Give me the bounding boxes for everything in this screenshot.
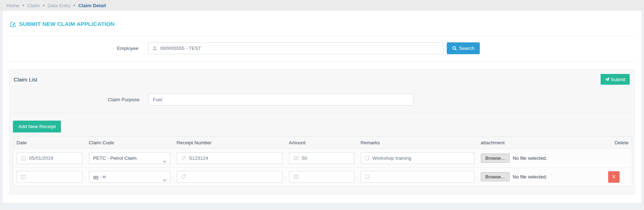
breadcrumb-claim-detail[interactable]: Claim Detail — [78, 3, 106, 8]
receipt-number-input-box — [177, 152, 283, 164]
delete-cell: X — [596, 168, 632, 186]
column-header-receipt-number: Receipt Number — [174, 137, 286, 149]
remarks-input[interactable] — [373, 155, 470, 161]
claim-purpose-input-box — [148, 94, 413, 106]
page-title: SUBMIT NEW CLAIM APPLICATION — [19, 21, 115, 27]
tags-icon — [181, 156, 186, 160]
receipt-number-input-box — [177, 171, 283, 183]
receipt-row: PETC - Petrol Claim — [13, 149, 632, 168]
claim-code-select-wrap: PETC - Petrol Claim — [89, 155, 170, 161]
submit-button-label: Submit — [611, 77, 625, 82]
breadcrumb-separator — [74, 5, 75, 6]
receipt-table-header-row: Date Claim Code Receipt Number Amount Re… — [13, 137, 632, 149]
main-card: SUBMIT NEW CLAIM APPLICATION Employee Se… — [3, 11, 641, 203]
panel-divider — [13, 113, 631, 113]
money-icon — [293, 156, 299, 160]
add-new-receipt-button[interactable]: Add New Receipt — [13, 121, 61, 132]
receipt-number-input[interactable] — [189, 174, 278, 179]
breadcrumb-claim[interactable]: Claim — [27, 3, 40, 8]
claim-purpose-input[interactable] — [153, 97, 409, 102]
column-header-date: Date — [13, 137, 86, 149]
search-icon — [452, 46, 457, 51]
column-header-amount: Amount — [286, 137, 357, 149]
attachment-field: Browse... No file selected. — [481, 172, 593, 181]
claim-list-panel: Claim List Submit Claim Purpose Add New … — [9, 69, 635, 195]
claim-list-title: Claim List — [13, 76, 37, 83]
paper-plane-icon — [605, 77, 610, 82]
receipt-number-input[interactable] — [189, 155, 278, 161]
search-button-label: Search — [459, 46, 474, 51]
delete-row-button[interactable]: X — [608, 171, 620, 183]
file-status-text: No file selected. — [513, 174, 547, 179]
column-header-remarks: Remarks — [357, 137, 478, 149]
note-icon — [365, 174, 369, 179]
calendar-icon — [21, 156, 26, 161]
claim-purpose-row: Claim Purpose — [13, 94, 631, 106]
remarks-input-box — [361, 152, 474, 164]
breadcrumb-separator — [43, 5, 44, 6]
section-divider — [10, 62, 634, 62]
receipt-table: Date Claim Code Receipt Number Amount Re… — [13, 136, 632, 186]
date-input-box — [16, 171, 82, 183]
breadcrumb-separator — [23, 5, 24, 6]
employee-input-box — [148, 42, 444, 54]
edit-icon — [10, 21, 16, 27]
browse-button[interactable]: Browse... — [481, 154, 510, 163]
search-button[interactable]: Search — [447, 42, 480, 54]
date-input[interactable] — [29, 155, 78, 161]
claim-code-select[interactable]: gg - rr — [89, 171, 170, 183]
remarks-input-box — [361, 171, 474, 183]
column-header-attachment: attachment — [478, 137, 596, 149]
column-header-delete: Delete — [596, 137, 632, 149]
page-header: SUBMIT NEW CLAIM APPLICATION — [10, 11, 634, 36]
receipt-row: gg - rr — [13, 168, 632, 186]
note-icon — [365, 156, 369, 160]
employee-label: Employee — [10, 46, 138, 51]
amount-input-box — [289, 171, 354, 183]
attachment-field: Browse... No file selected. — [481, 154, 593, 163]
browse-button[interactable]: Browse... — [481, 172, 510, 181]
delete-cell — [596, 149, 632, 168]
claim-list-header: Claim List Submit — [13, 70, 631, 85]
file-status-text: No file selected. — [513, 155, 547, 161]
claim-code-select-wrap: gg - rr — [89, 174, 170, 179]
breadcrumb-home[interactable]: Home — [6, 3, 19, 8]
tags-icon — [181, 174, 186, 179]
submit-button[interactable]: Submit — [601, 74, 630, 85]
money-icon — [293, 175, 299, 179]
breadcrumb: Home Claim Data Entry Claim Detail — [0, 0, 644, 11]
date-input-box — [16, 152, 82, 164]
employee-form-row: Employee Search — [10, 42, 634, 54]
remarks-input[interactable] — [373, 174, 470, 179]
claim-code-select[interactable]: PETC - Petrol Claim — [89, 152, 170, 164]
date-input[interactable] — [29, 174, 78, 179]
breadcrumb-data-entry[interactable]: Data Entry — [48, 3, 71, 8]
claim-purpose-label: Claim Purpose — [13, 97, 139, 102]
employee-input[interactable] — [160, 46, 440, 51]
amount-input-box — [289, 152, 354, 164]
amount-input[interactable] — [302, 155, 350, 161]
amount-input[interactable] — [302, 174, 350, 179]
calendar-icon — [21, 174, 26, 179]
column-header-claim-code: Claim Code — [86, 137, 174, 149]
person-icon — [152, 46, 157, 51]
